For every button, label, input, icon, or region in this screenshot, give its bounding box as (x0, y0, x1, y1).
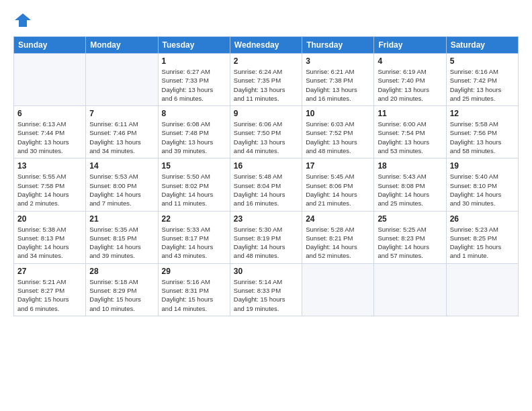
calendar-cell: 7Sunrise: 6:11 AMSunset: 7:46 PMDaylight… (86, 106, 158, 158)
day-info: Sunrise: 6:03 AMSunset: 7:52 PMDaylight:… (306, 120, 370, 155)
calendar: SundayMondayTuesdayWednesdayThursdayFrid… (13, 36, 519, 316)
weekday-header-row: SundayMondayTuesdayWednesdayThursdayFrid… (14, 37, 519, 54)
day-number: 27 (17, 267, 82, 276)
calendar-cell: 2Sunrise: 6:24 AMSunset: 7:35 PMDaylight… (230, 54, 302, 106)
calendar-cell: 16Sunrise: 5:48 AMSunset: 8:04 PMDayligh… (230, 158, 302, 211)
calendar-cell (446, 263, 518, 316)
day-info: Sunrise: 5:14 AMSunset: 8:33 PMDaylight:… (234, 277, 298, 313)
weekday-header-wednesday: Wednesday (230, 37, 302, 54)
calendar-cell (374, 263, 446, 316)
day-number: 20 (17, 214, 82, 224)
calendar-cell: 5Sunrise: 6:16 AMSunset: 7:42 PMDaylight… (446, 54, 518, 106)
day-info: Sunrise: 6:11 AMSunset: 7:46 PMDaylight:… (89, 120, 154, 155)
day-info: Sunrise: 5:30 AMSunset: 8:19 PMDaylight:… (234, 225, 298, 261)
calendar-cell: 15Sunrise: 5:50 AMSunset: 8:02 PMDayligh… (158, 158, 230, 211)
weekday-header-monday: Monday (86, 37, 158, 54)
calendar-cell: 30Sunrise: 5:14 AMSunset: 8:33 PMDayligh… (230, 263, 302, 316)
day-info: Sunrise: 5:58 AMSunset: 7:56 PMDaylight:… (450, 120, 515, 155)
calendar-cell: 9Sunrise: 6:06 AMSunset: 7:50 PMDaylight… (230, 106, 302, 158)
day-info: Sunrise: 5:28 AMSunset: 8:21 PMDaylight:… (306, 225, 370, 261)
day-number: 23 (234, 214, 298, 224)
calendar-cell: 17Sunrise: 5:45 AMSunset: 8:06 PMDayligh… (302, 158, 374, 211)
calendar-cell: 10Sunrise: 6:03 AMSunset: 7:52 PMDayligh… (302, 106, 374, 158)
calendar-cell: 28Sunrise: 5:18 AMSunset: 8:29 PMDayligh… (86, 263, 158, 316)
day-info: Sunrise: 5:16 AMSunset: 8:31 PMDaylight:… (162, 277, 226, 313)
calendar-cell (302, 263, 374, 316)
day-number: 3 (306, 56, 370, 66)
day-info: Sunrise: 5:53 AMSunset: 8:00 PMDaylight:… (89, 172, 154, 208)
day-number: 6 (17, 109, 82, 118)
day-number: 28 (89, 267, 154, 276)
weekday-header-sunday: Sunday (14, 37, 86, 54)
day-info: Sunrise: 6:16 AMSunset: 7:42 PMDaylight:… (450, 67, 515, 103)
day-number: 16 (234, 161, 298, 171)
page: SundayMondayTuesdayWednesdayThursdayFrid… (0, 0, 532, 411)
day-number: 26 (450, 214, 515, 224)
day-info: Sunrise: 6:19 AMSunset: 7:40 PMDaylight:… (378, 67, 442, 103)
week-row-3: 20Sunrise: 5:38 AMSunset: 8:13 PMDayligh… (14, 211, 519, 263)
calendar-cell: 12Sunrise: 5:58 AMSunset: 7:56 PMDayligh… (446, 106, 518, 158)
day-info: Sunrise: 5:43 AMSunset: 8:08 PMDaylight:… (378, 172, 442, 208)
calendar-cell: 11Sunrise: 6:00 AMSunset: 7:54 PMDayligh… (374, 106, 446, 158)
calendar-cell: 14Sunrise: 5:53 AMSunset: 8:00 PMDayligh… (86, 158, 158, 211)
calendar-cell: 6Sunrise: 6:13 AMSunset: 7:44 PMDaylight… (14, 106, 86, 158)
day-number: 11 (378, 109, 442, 118)
day-info: Sunrise: 5:45 AMSunset: 8:06 PMDaylight:… (306, 172, 370, 208)
day-number: 2 (234, 56, 298, 66)
calendar-cell: 23Sunrise: 5:30 AMSunset: 8:19 PMDayligh… (230, 211, 302, 263)
calendar-cell: 25Sunrise: 5:25 AMSunset: 8:23 PMDayligh… (374, 211, 446, 263)
weekday-header-saturday: Saturday (446, 37, 518, 54)
day-number: 8 (162, 109, 226, 118)
day-number: 22 (162, 214, 226, 224)
week-row-4: 27Sunrise: 5:21 AMSunset: 8:27 PMDayligh… (14, 263, 519, 316)
day-number: 18 (378, 161, 442, 171)
day-info: Sunrise: 6:13 AMSunset: 7:44 PMDaylight:… (17, 120, 82, 155)
day-number: 15 (162, 161, 226, 171)
calendar-cell: 1Sunrise: 6:27 AMSunset: 7:33 PMDaylight… (158, 54, 230, 106)
day-info: Sunrise: 5:40 AMSunset: 8:10 PMDaylight:… (450, 172, 515, 208)
logo-icon (13, 11, 32, 30)
calendar-cell: 4Sunrise: 6:19 AMSunset: 7:40 PMDaylight… (374, 54, 446, 106)
day-number: 1 (162, 56, 226, 66)
day-info: Sunrise: 5:18 AMSunset: 8:29 PMDaylight:… (89, 277, 154, 313)
day-info: Sunrise: 5:55 AMSunset: 7:58 PMDaylight:… (17, 172, 82, 208)
day-info: Sunrise: 6:24 AMSunset: 7:35 PMDaylight:… (234, 67, 298, 103)
calendar-cell: 29Sunrise: 5:16 AMSunset: 8:31 PMDayligh… (158, 263, 230, 316)
day-number: 12 (450, 109, 515, 118)
day-info: Sunrise: 5:23 AMSunset: 8:25 PMDaylight:… (450, 225, 515, 261)
day-info: Sunrise: 6:00 AMSunset: 7:54 PMDaylight:… (378, 120, 442, 155)
day-number: 30 (234, 267, 298, 276)
day-number: 21 (89, 214, 154, 224)
calendar-cell: 18Sunrise: 5:43 AMSunset: 8:08 PMDayligh… (374, 158, 446, 211)
day-info: Sunrise: 6:08 AMSunset: 7:48 PMDaylight:… (162, 120, 226, 155)
day-info: Sunrise: 5:50 AMSunset: 8:02 PMDaylight:… (162, 172, 226, 208)
day-number: 19 (450, 161, 515, 171)
calendar-cell (86, 54, 158, 106)
day-info: Sunrise: 5:33 AMSunset: 8:17 PMDaylight:… (162, 225, 226, 261)
calendar-cell: 22Sunrise: 5:33 AMSunset: 8:17 PMDayligh… (158, 211, 230, 263)
calendar-cell: 27Sunrise: 5:21 AMSunset: 8:27 PMDayligh… (14, 263, 86, 316)
weekday-header-tuesday: Tuesday (158, 37, 230, 54)
week-row-0: 1Sunrise: 6:27 AMSunset: 7:33 PMDaylight… (14, 54, 519, 106)
calendar-cell: 19Sunrise: 5:40 AMSunset: 8:10 PMDayligh… (446, 158, 518, 211)
day-info: Sunrise: 5:25 AMSunset: 8:23 PMDaylight:… (378, 225, 442, 261)
calendar-cell: 24Sunrise: 5:28 AMSunset: 8:21 PMDayligh… (302, 211, 374, 263)
day-number: 13 (17, 161, 82, 171)
weekday-header-thursday: Thursday (302, 37, 374, 54)
header (13, 11, 519, 30)
calendar-cell: 3Sunrise: 6:21 AMSunset: 7:38 PMDaylight… (302, 54, 374, 106)
calendar-cell: 20Sunrise: 5:38 AMSunset: 8:13 PMDayligh… (14, 211, 86, 263)
day-number: 25 (378, 214, 442, 224)
day-info: Sunrise: 6:06 AMSunset: 7:50 PMDaylight:… (234, 120, 298, 155)
day-number: 14 (89, 161, 154, 171)
calendar-cell: 13Sunrise: 5:55 AMSunset: 7:58 PMDayligh… (14, 158, 86, 211)
day-info: Sunrise: 5:35 AMSunset: 8:15 PMDaylight:… (89, 225, 154, 261)
day-number: 5 (450, 56, 515, 66)
calendar-cell: 8Sunrise: 6:08 AMSunset: 7:48 PMDaylight… (158, 106, 230, 158)
day-number: 17 (306, 161, 370, 171)
calendar-cell (14, 54, 86, 106)
logo (13, 11, 35, 30)
calendar-cell: 26Sunrise: 5:23 AMSunset: 8:25 PMDayligh… (446, 211, 518, 263)
calendar-cell: 21Sunrise: 5:35 AMSunset: 8:15 PMDayligh… (86, 211, 158, 263)
day-info: Sunrise: 5:38 AMSunset: 8:13 PMDaylight:… (17, 225, 82, 261)
